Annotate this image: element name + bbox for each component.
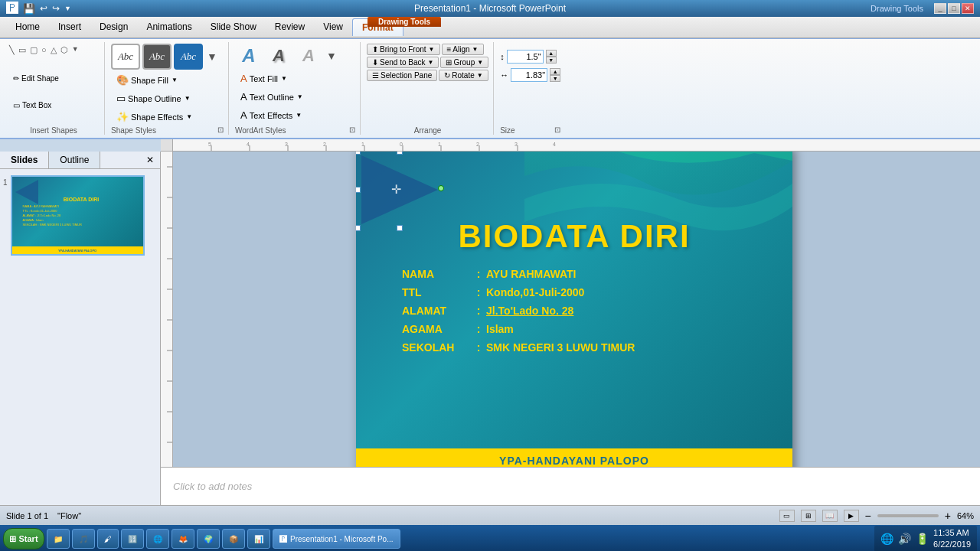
taskbar-calc[interactable]: 🔢 xyxy=(121,529,144,549)
wordart-dialog[interactable]: ⊡ xyxy=(349,126,355,134)
tab-slideshow[interactable]: Slide Show xyxy=(201,18,266,36)
field-alamat: ALAMAT : Jl.To'Lado No. 28 xyxy=(402,305,762,317)
shape-roundrect[interactable]: ▢ xyxy=(28,44,39,57)
sidebar-close[interactable]: ✕ xyxy=(140,152,160,168)
size-dialog[interactable]: ⊡ xyxy=(554,126,560,134)
taskbar-archive[interactable]: 📦 xyxy=(222,529,245,549)
zoom-level: 64% xyxy=(957,511,974,520)
tray-network[interactable]: 🌐 xyxy=(880,533,893,545)
text-effects-btn[interactable]: A Text Effects ▼ xyxy=(235,107,307,123)
shape-styles-dialog[interactable]: ⊡ xyxy=(217,126,224,134)
width-input[interactable] xyxy=(511,68,547,82)
svg-text:1: 1 xyxy=(361,142,364,147)
rotate-btn[interactable]: ↻ Rotate ▼ xyxy=(439,70,488,81)
qat-undo[interactable]: ↩ xyxy=(40,3,47,14)
text-box-btn[interactable]: ▭ Text Box xyxy=(8,99,57,112)
view-normal[interactable]: ▭ xyxy=(779,510,795,522)
shape-outline-btn[interactable]: ▭ Shape Outline ▼ xyxy=(111,90,196,106)
shape-expand[interactable]: ▼ xyxy=(70,44,80,54)
text-fill-btn[interactable]: A Text Fill ▼ xyxy=(235,70,292,86)
taskbar-firefox[interactable]: 🦊 xyxy=(172,529,194,549)
taskbar-browser2[interactable]: 🌍 xyxy=(197,529,220,549)
view-slideshow[interactable]: ▶ xyxy=(844,510,859,522)
shape-style-2[interactable]: Abc xyxy=(142,44,172,70)
tab-review[interactable]: Review xyxy=(266,18,314,36)
field-agama: AGAMA : Islam xyxy=(402,323,762,335)
taskbar-paint[interactable]: 🖌 xyxy=(97,529,119,549)
field-ttl: TTL : Kondo,01-Juli-2000 xyxy=(402,286,762,298)
tray-volume[interactable]: 🔊 xyxy=(898,533,911,545)
taskbar-powerpoint[interactable]: 🅿 Presentation1 - Microsoft Po... xyxy=(273,529,400,549)
wordart-style-2[interactable]: A xyxy=(265,44,292,68)
group-btn[interactable]: ⊞ Group ▼ xyxy=(440,57,488,68)
zoom-slider[interactable] xyxy=(877,514,939,517)
height-spin-up[interactable]: ▲ xyxy=(546,50,557,57)
selected-shape[interactable]: ✛ xyxy=(358,152,442,228)
handle-mid-left[interactable] xyxy=(356,187,361,193)
taskbar-excel[interactable]: 📊 xyxy=(247,529,270,549)
text-outline-btn[interactable]: A Text Outline ▼ xyxy=(235,89,309,105)
wordart-style-1[interactable]: A xyxy=(235,44,263,68)
start-button[interactable]: ⊞ Start xyxy=(3,528,44,549)
text-outline-arrow[interactable]: ▼ xyxy=(297,93,303,100)
tab-outline[interactable]: Outline xyxy=(49,152,100,168)
shape-style-1[interactable]: Abc xyxy=(111,44,140,70)
selection-pane-btn[interactable]: ☰ Selection Pane xyxy=(367,70,437,81)
minimize-button[interactable]: _ xyxy=(934,3,946,14)
shape-effects-arrow[interactable]: ▼ xyxy=(186,113,192,120)
taskbar-explorer[interactable]: 📁 xyxy=(47,529,70,549)
notes-area[interactable]: Click to add notes xyxy=(161,467,980,505)
tab-view[interactable]: View xyxy=(314,18,352,36)
shape-styles-expand[interactable]: ▼ xyxy=(205,49,219,64)
width-spin-down[interactable]: ▼ xyxy=(550,75,560,82)
align-btn[interactable]: ≡ Align ▼ xyxy=(442,44,484,55)
wordart-style-3[interactable]: A xyxy=(295,44,322,68)
wordart-expand[interactable]: ▼ xyxy=(325,48,338,64)
maximize-button[interactable]: □ xyxy=(948,3,960,14)
shape-circle[interactable]: ○ xyxy=(40,44,48,56)
qat-dropdown[interactable]: ▼ xyxy=(64,5,71,12)
height-input[interactable] xyxy=(507,50,544,64)
tab-slides[interactable]: Slides xyxy=(0,152,49,168)
close-button[interactable]: ✕ xyxy=(962,3,974,14)
slide-canvas[interactable]: ✛ BIODATA DIRI NAMA : AYU RAHMAWATI TTL … xyxy=(356,152,792,467)
shape-style-3[interactable]: Abc xyxy=(174,44,203,70)
shape-rect[interactable]: ▭ xyxy=(17,44,28,57)
shape-fill-btn[interactable]: 🎨 Shape Fill ▼ xyxy=(111,72,183,88)
slide-title[interactable]: BIODATA DIRI xyxy=(356,218,792,255)
taskbar-media[interactable]: 🎵 xyxy=(72,529,95,549)
width-spin-up[interactable]: ▲ xyxy=(550,68,560,75)
taskbar-chrome[interactable]: 🌐 xyxy=(146,529,169,549)
tab-home[interactable]: Home xyxy=(6,18,49,36)
shape-effects-btn[interactable]: ✨ Shape Effects ▼ xyxy=(111,109,198,125)
text-effects-arrow[interactable]: ▼ xyxy=(296,112,302,119)
zoom-in[interactable]: + xyxy=(945,510,951,522)
tab-insert[interactable]: Insert xyxy=(49,18,90,36)
shape-misc[interactable]: ⬡ xyxy=(59,44,70,57)
height-icon: ↕ xyxy=(500,52,505,61)
shape-tri[interactable]: △ xyxy=(49,44,58,57)
handle-top-center[interactable] xyxy=(397,152,403,155)
slide-thumbnail[interactable]: BIODATA DIRI NAMA : AYU RAHMAWATI TTL : … xyxy=(11,175,145,256)
shape-fill-arrow[interactable]: ▼ xyxy=(172,77,178,83)
edit-shape-btn[interactable]: ✏ Edit Shape xyxy=(8,72,64,85)
handle-adjust[interactable] xyxy=(438,185,444,191)
shape-outline-arrow[interactable]: ▼ xyxy=(185,95,191,102)
bring-to-front-btn[interactable]: ⬆ Bring to Front ▼ xyxy=(367,44,440,55)
view-reading[interactable]: 📖 xyxy=(822,510,838,522)
height-spin-down[interactable]: ▼ xyxy=(546,57,557,64)
zoom-out[interactable]: − xyxy=(865,510,871,522)
view-slide-sorter[interactable]: ⊞ xyxy=(801,510,816,522)
tab-design[interactable]: Design xyxy=(90,18,137,36)
send-to-back-btn[interactable]: ⬇ Send to Back ▼ xyxy=(367,57,439,68)
qat-redo[interactable]: ↪ xyxy=(52,3,60,14)
text-fill-arrow[interactable]: ▼ xyxy=(281,75,287,82)
qat-save[interactable]: 💾 xyxy=(23,3,35,15)
media-icon: 🎵 xyxy=(79,535,88,543)
tab-animations[interactable]: Animations xyxy=(137,18,201,36)
tray-battery[interactable]: 🔋 xyxy=(916,533,929,545)
size-group: ↕ ▲ ▼ ↔ ▲ ▼ Size ⊡ xyxy=(495,42,565,135)
shape-line[interactable]: ╲ xyxy=(8,44,16,57)
paint-task-icon: 🖌 xyxy=(104,535,112,543)
handle-top-left[interactable] xyxy=(356,152,361,155)
